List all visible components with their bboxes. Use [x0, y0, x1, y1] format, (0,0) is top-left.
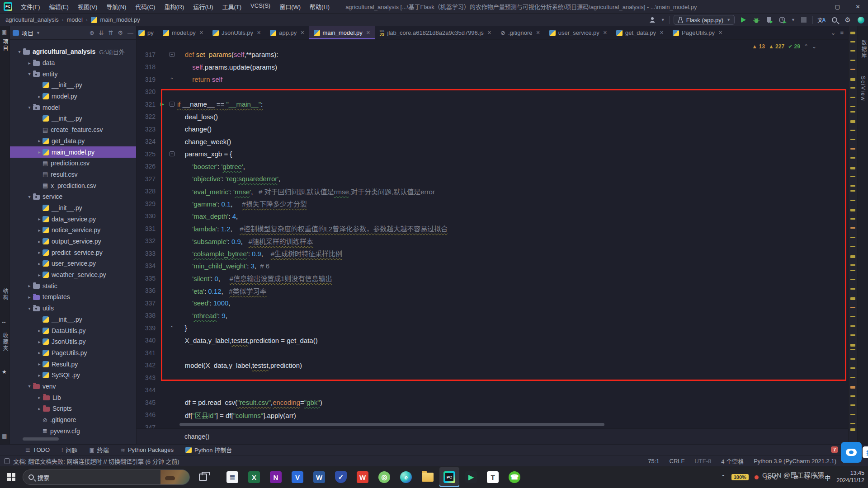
- notification-dot[interactable]: [755, 475, 759, 479]
- maximize-button[interactable]: ▢: [827, 0, 848, 14]
- tree-item[interactable]: ▸SySQL.py: [10, 370, 136, 381]
- menu-item[interactable]: 文件(F): [17, 0, 44, 13]
- tree-item[interactable]: ▸Scripts: [10, 403, 136, 414]
- tool-strip-structure[interactable]: 结构: [1, 288, 9, 301]
- battery-indicator[interactable]: 100%: [731, 474, 749, 480]
- menu-item[interactable]: 窗口(W): [275, 0, 305, 13]
- tab-close-icon[interactable]: ✕: [603, 30, 607, 36]
- minimize-button[interactable]: —: [807, 0, 827, 14]
- profiler-button[interactable]: [778, 15, 787, 24]
- task-view-button[interactable]: [199, 474, 207, 481]
- stop-button[interactable]: [799, 15, 808, 24]
- menu-item[interactable]: VCS(S): [246, 0, 274, 13]
- taskbar-app-excel[interactable]: X: [244, 467, 264, 487]
- tree-item[interactable]: ▸data_service.py: [10, 213, 136, 225]
- fold-gutter-icon[interactable]: −: [166, 52, 177, 57]
- menu-item[interactable]: 代码(C): [131, 0, 159, 13]
- tree-item[interactable]: ▾entity: [10, 68, 136, 80]
- editor-tab[interactable]: get_data.py✕: [612, 26, 668, 39]
- fold-minus-icon[interactable]: −: [170, 52, 175, 57]
- tool-strip-favorites[interactable]: 收藏夹: [1, 333, 9, 352]
- layers-icon[interactable]: ≡: [840, 29, 844, 36]
- close-button[interactable]: ✕: [848, 0, 868, 14]
- search-highlight-image[interactable]: [160, 470, 189, 485]
- code-line[interactable]: 326 'booster': 'gbtree',: [137, 160, 848, 173]
- taskbar-app-v-app[interactable]: V: [288, 467, 307, 487]
- menu-item[interactable]: 重构(R): [160, 0, 188, 13]
- tab-close-icon[interactable]: ✕: [536, 30, 540, 36]
- code-line[interactable]: 334 'min_child_weight': 3, # 6: [137, 260, 848, 272]
- code-line[interactable]: 320: [137, 86, 848, 99]
- editor-tab[interactable]: PageUtils.py✕: [668, 26, 727, 39]
- taskbar-app-green-app[interactable]: ◎: [374, 467, 394, 487]
- menu-item[interactable]: 视图(V): [74, 0, 101, 13]
- menu-item[interactable]: 运行(U): [189, 0, 217, 13]
- tree-item[interactable]: ▸static: [10, 280, 136, 291]
- editor-tab[interactable]: main_model.py✕: [309, 26, 375, 39]
- code-editor[interactable]: 317− def set_params(self,**params):318 s…: [137, 40, 848, 428]
- fold-gutter-icon[interactable]: −: [166, 151, 177, 156]
- tree-item[interactable]: ▸templates: [10, 291, 136, 303]
- code-line[interactable]: 327 'objective': 'reg:squarederror',: [137, 173, 848, 185]
- status-item[interactable]: 4 个空格: [721, 457, 744, 465]
- cloud-drive-widget[interactable]: [841, 442, 862, 463]
- breadcrumb-item[interactable]: model: [66, 16, 82, 23]
- status-item[interactable]: UTF-8: [694, 458, 711, 465]
- tree-arrow-icon[interactable]: ▾: [26, 384, 33, 389]
- profiler-dropdown-icon[interactable]: ▼: [791, 18, 795, 22]
- tab-close-icon[interactable]: ✕: [257, 30, 261, 36]
- menu-item[interactable]: 编辑(E): [45, 0, 73, 13]
- tree-item[interactable]: ▾venv: [10, 381, 136, 392]
- locate-file-icon[interactable]: ⊕: [90, 29, 94, 36]
- tree-arrow-icon[interactable]: ▸: [36, 406, 42, 411]
- taskbar-app-wechat[interactable]: ☎: [505, 467, 524, 487]
- tree-item[interactable]: ▤prediction.csv: [10, 158, 136, 169]
- code-line[interactable]: 319⌃ return self: [137, 73, 848, 86]
- taskbar-app-notes-app[interactable]: ≣: [222, 467, 242, 487]
- code-line[interactable]: 346 df["区县id"] = df["columns"].apply(arr…: [137, 409, 848, 422]
- taskbar-app-file-explorer[interactable]: [418, 467, 438, 487]
- tree-item[interactable]: ⊘.gitignore: [10, 414, 136, 426]
- breadcrumb-item[interactable]: agricultural_analysis: [5, 16, 59, 23]
- tree-item[interactable]: __init__.py: [10, 314, 136, 325]
- tree-item[interactable]: ▸Lib: [10, 392, 136, 403]
- tree-item[interactable]: ▤x_prediction.csv: [10, 180, 136, 191]
- code-line[interactable]: 335 'silent': 0, #信息输出设置成1则没有信息输出: [137, 272, 848, 285]
- tab-close-icon[interactable]: ✕: [660, 30, 664, 36]
- tree-arrow-icon[interactable]: ▸: [26, 283, 33, 288]
- code-line[interactable]: 341: [137, 347, 848, 359]
- translate-icon[interactable]: 文A: [817, 15, 826, 24]
- tree-arrow-icon[interactable]: ▾: [16, 49, 23, 54]
- code-line[interactable]: 338 'nthread': 9,: [137, 310, 848, 322]
- editor-tab[interactable]: ⊘.gitignore✕: [496, 26, 545, 39]
- tree-item[interactable]: ▸get_data.py: [10, 136, 136, 147]
- code-line[interactable]: 324 change_week(): [137, 136, 848, 148]
- editor-tab[interactable]: py✕: [137, 26, 158, 39]
- taskbar-app-word[interactable]: W: [309, 467, 329, 487]
- tree-item[interactable]: ▸JsonUtils.py: [10, 336, 136, 347]
- tree-item[interactable]: ▸user_service.py: [10, 258, 136, 269]
- menu-item[interactable]: 导航(N): [102, 0, 130, 13]
- fold-minus-icon[interactable]: −: [170, 151, 175, 156]
- tool-window-button[interactable]: ▣终端: [89, 446, 108, 454]
- run-button[interactable]: [739, 15, 748, 24]
- search-everywhere-icon[interactable]: [830, 15, 839, 24]
- tree-arrow-icon[interactable]: ▸: [36, 339, 42, 344]
- taskbar-clock[interactable]: 13:45 2024/11/12: [836, 470, 864, 484]
- tree-arrow-icon[interactable]: ▾: [26, 306, 33, 311]
- tree-arrow-icon[interactable]: ▾: [26, 105, 33, 110]
- ime-indicator[interactable]: 中: [825, 473, 830, 482]
- tree-item[interactable]: ▤result.csv: [10, 169, 136, 180]
- debug-button[interactable]: [752, 15, 761, 24]
- status-item[interactable]: Python 3.9 (PyCharm 2021.2.1): [754, 458, 836, 465]
- tree-arrow-icon[interactable]: ▸: [36, 261, 42, 266]
- run-gutter-icon[interactable]: ▶: [158, 101, 166, 107]
- panel-settings-icon[interactable]: ⚙: [118, 29, 123, 36]
- tab-close-icon[interactable]: ✕: [300, 30, 304, 36]
- run-coverage-button[interactable]: [765, 15, 774, 24]
- menu-item[interactable]: 帮助(H): [306, 0, 334, 13]
- fold-gutter-icon[interactable]: −: [166, 102, 177, 107]
- code-line[interactable]: 330 'max_depth': 4,: [137, 210, 848, 223]
- taskbar-search[interactable]: 搜索: [23, 469, 190, 485]
- editor-tab[interactable]: app.py✕: [265, 26, 309, 39]
